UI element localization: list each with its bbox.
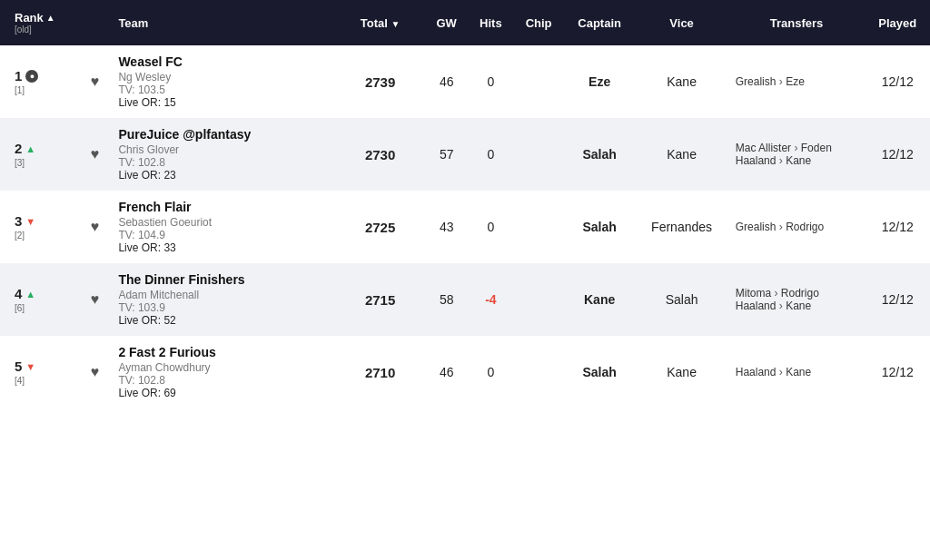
captain-cell: Salah [564, 336, 636, 408]
table-row: 5 ▼ [4] ♥ 2 Fast 2 Furious Ayman Chowdhu… [0, 336, 930, 408]
transfer-item: Haaland › Kane [736, 300, 858, 312]
team-header[interactable]: Team [111, 0, 335, 45]
played-value: 12/12 [882, 147, 914, 162]
gw-header[interactable]: GW [425, 0, 468, 45]
heart-icon[interactable]: ♥ [85, 219, 104, 235]
played-value: 12/12 [882, 74, 914, 89]
table-row: 3 ▼ [2] ♥ French Flair Sebastien Goeurio… [0, 191, 930, 263]
team-manager: Ng Wesley [118, 71, 328, 84]
captain-value: Salah [582, 147, 616, 162]
hits-cell: -4 [468, 263, 513, 336]
hits-cell: 0 [468, 118, 513, 191]
team-live-or: Live OR: 23 [118, 169, 328, 182]
rank-old-value: [3] [15, 158, 71, 168]
favorite-cell[interactable]: ♥ [78, 191, 111, 263]
captain-value: Salah [582, 220, 616, 234]
rank-old-value: [6] [15, 303, 71, 313]
heart-header [78, 0, 111, 45]
team-tv: TV: 102.8 [118, 374, 328, 387]
total-cell: 2710 [335, 336, 425, 408]
total-header[interactable]: Total ▼ [335, 0, 425, 45]
favorite-cell[interactable]: ♥ [78, 263, 111, 336]
played-header[interactable]: Played [865, 0, 930, 45]
total-cell: 2730 [335, 118, 425, 191]
team-tv: TV: 104.9 [118, 229, 328, 241]
vice-cell: Salah [635, 263, 727, 336]
rank-header[interactable]: Rank ▲ [old] [0, 0, 78, 45]
favorite-cell[interactable]: ♥ [78, 118, 111, 191]
captain-value: Kane [584, 292, 615, 307]
gw-cell: 43 [425, 191, 468, 263]
transfers-cell: Mitoma › RodrigoHaaland › Kane [728, 263, 866, 336]
total-cell: 2715 [335, 263, 425, 336]
vice-cell: Fernandes [635, 191, 727, 263]
team-cell: Weasel FC Ng Wesley TV: 103.5 Live OR: 1… [111, 45, 335, 118]
played-cell: 12/12 [865, 263, 930, 336]
gw-value: 46 [440, 74, 454, 89]
played-value: 12/12 [882, 220, 914, 234]
favorite-cell[interactable]: ♥ [78, 45, 111, 118]
chip-cell [513, 118, 563, 191]
vice-cell: Kane [635, 45, 727, 118]
rank-trend-icon: ▼ [25, 216, 35, 227]
captain-value: Salah [582, 365, 616, 379]
hits-value: 0 [487, 74, 494, 89]
captain-header[interactable]: Captain [564, 0, 636, 45]
team-name: PureJuice @plfantasy [118, 127, 328, 142]
total-value: 2710 [365, 365, 395, 380]
captain-cell: Salah [564, 118, 636, 191]
played-value: 12/12 [882, 365, 914, 379]
total-value: 2739 [365, 74, 395, 90]
transfer-item: Haaland › Kane [736, 154, 858, 167]
vice-value: Kane [667, 365, 697, 379]
team-live-or: Live OR: 33 [118, 241, 328, 254]
team-manager: Ayman Chowdhury [118, 361, 328, 374]
gw-cell: 57 [425, 118, 468, 191]
transfers-header[interactable]: Transfers [728, 0, 866, 45]
team-cell: French Flair Sebastien Goeuriot TV: 104.… [111, 191, 335, 263]
rank-cell: 5 ▼ [4] [0, 336, 78, 408]
rank-badge-icon: ● [25, 70, 38, 83]
rank-value: 4 [15, 286, 22, 301]
heart-icon[interactable]: ♥ [85, 74, 104, 90]
hits-value: -4 [485, 292, 496, 307]
transfer-item: Haaland › Kane [736, 366, 858, 378]
team-manager: Sebastien Goeuriot [118, 216, 328, 229]
rank-value: 1 [15, 68, 22, 84]
rank-label: Rank [15, 11, 44, 25]
heart-icon[interactable]: ♥ [85, 291, 104, 308]
played-cell: 12/12 [865, 118, 930, 191]
heart-icon[interactable]: ♥ [85, 146, 104, 162]
rank-number: 4 ▲ [15, 286, 71, 301]
hits-cell: 0 [468, 191, 513, 263]
captain-cell: Salah [564, 191, 636, 263]
played-cell: 12/12 [865, 336, 930, 408]
vice-value: Kane [667, 147, 697, 162]
hits-header[interactable]: Hits [468, 0, 513, 45]
chip-cell [513, 336, 563, 408]
rank-number: 5 ▼ [15, 359, 71, 374]
gw-cell: 58 [425, 263, 468, 336]
heart-icon[interactable]: ♥ [85, 364, 104, 380]
vice-header[interactable]: Vice [635, 0, 727, 45]
rank-trend-icon: ▲ [25, 143, 35, 154]
rank-cell: 4 ▲ [6] [0, 263, 78, 336]
favorite-cell[interactable]: ♥ [78, 336, 111, 408]
gw-value: 58 [440, 292, 454, 307]
rank-cell: 2 ▲ [3] [0, 118, 78, 191]
chip-header[interactable]: Chip [513, 0, 563, 45]
transfer-item: Grealish › Rodrigo [736, 221, 858, 233]
total-value: 2725 [365, 220, 395, 235]
rank-old-value: [4] [15, 376, 71, 386]
league-table: Rank ▲ [old] Team Total ▼ GW Hits Chip C… [0, 0, 930, 408]
total-cell: 2739 [335, 45, 425, 118]
hits-value: 0 [487, 147, 494, 162]
rank-value: 2 [15, 141, 22, 156]
captain-value: Eze [589, 74, 610, 89]
team-tv: TV: 102.8 [118, 156, 328, 169]
transfers-cell: Mac Allister › FodenHaaland › Kane [728, 118, 866, 191]
transfer-item: Grealish › Eze [736, 75, 858, 88]
team-name: Weasel FC [118, 54, 328, 69]
rank-trend-icon: ▼ [25, 361, 35, 372]
team-cell: 2 Fast 2 Furious Ayman Chowdhury TV: 102… [111, 336, 335, 408]
